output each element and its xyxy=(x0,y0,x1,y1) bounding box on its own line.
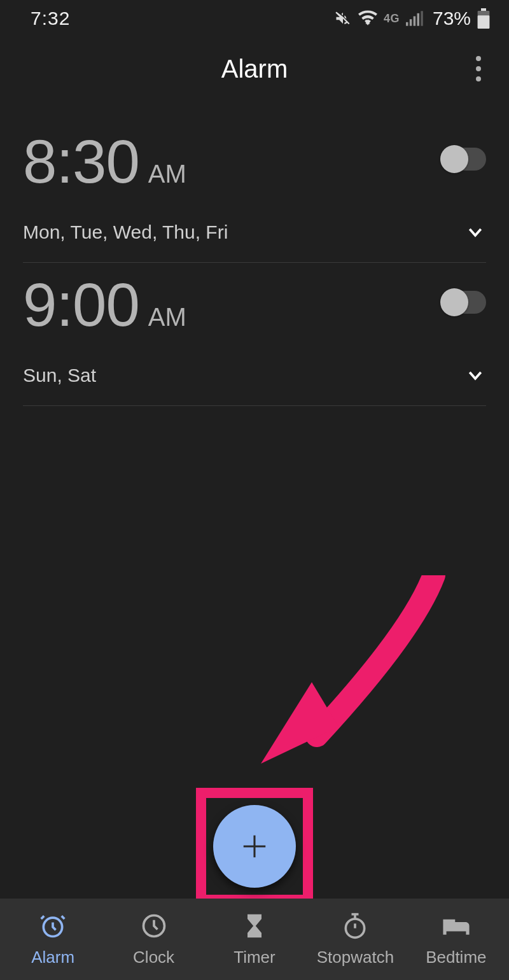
plus-icon xyxy=(240,832,269,861)
alarm-list: 8:30 AM Mon, Tue, Wed, Thu, Fri 9:00 AM xyxy=(0,101,509,406)
nav-timer[interactable]: Timer xyxy=(204,912,305,967)
nav-label: Clock xyxy=(133,948,174,967)
alarm-days: Mon, Tue, Wed, Thu, Fri xyxy=(23,221,228,243)
status-bar: 7:32 4G 73% xyxy=(0,0,509,37)
toggle-knob-icon xyxy=(440,288,468,316)
battery-percent: 73% xyxy=(433,8,471,29)
alarm-icon xyxy=(39,912,67,942)
page-title: Alarm xyxy=(221,55,288,83)
alarm-time-display[interactable]: 9:00 AM xyxy=(23,274,186,335)
alarm-ampm: AM xyxy=(148,160,186,188)
annotation-arrow-icon xyxy=(234,575,450,792)
toggle-knob-icon xyxy=(440,145,468,173)
add-alarm-button[interactable] xyxy=(213,805,296,888)
svg-rect-2 xyxy=(414,17,416,26)
svg-rect-5 xyxy=(481,8,486,11)
battery-icon xyxy=(477,8,490,29)
nav-label: Bedtime xyxy=(426,948,486,967)
nav-alarm[interactable]: Alarm xyxy=(3,912,103,967)
alarm-item[interactable]: 9:00 AM Sun, Sat xyxy=(23,263,486,406)
stopwatch-icon xyxy=(341,912,369,942)
bottom-nav: Alarm Clock Timer Stopwatch Bedtime xyxy=(0,899,509,980)
svg-rect-1 xyxy=(410,19,412,25)
wifi-icon xyxy=(358,10,377,27)
mute-icon xyxy=(334,10,352,27)
svg-marker-8 xyxy=(261,682,338,764)
alarm-toggle[interactable] xyxy=(442,291,486,314)
alarm-time: 8:30 xyxy=(23,131,139,192)
signal-icon xyxy=(406,11,424,26)
hourglass-icon xyxy=(241,912,268,942)
svg-rect-3 xyxy=(417,13,419,26)
nav-clock[interactable]: Clock xyxy=(103,912,204,967)
app-header: Alarm xyxy=(0,37,509,101)
status-time: 7:32 xyxy=(31,8,70,29)
expand-button[interactable] xyxy=(464,365,486,386)
clock-icon xyxy=(140,912,168,942)
more-options-button[interactable] xyxy=(459,50,498,88)
expand-button[interactable] xyxy=(464,221,486,243)
status-right: 4G 73% xyxy=(334,8,490,29)
svg-point-13 xyxy=(346,919,365,937)
alarm-item[interactable]: 8:30 AM Mon, Tue, Wed, Thu, Fri xyxy=(23,120,486,263)
chevron-down-icon xyxy=(466,223,485,242)
dots-vertical-icon xyxy=(476,56,481,61)
nav-bedtime[interactable]: Bedtime xyxy=(406,912,506,967)
nav-label: Timer xyxy=(234,948,275,967)
alarm-ampm: AM xyxy=(148,303,186,332)
svg-rect-0 xyxy=(406,22,408,26)
chevron-down-icon xyxy=(466,366,485,385)
bed-icon xyxy=(441,912,471,942)
alarm-time-display[interactable]: 8:30 AM xyxy=(23,131,186,192)
nav-label: Stopwatch xyxy=(317,948,394,967)
annotation-highlight-box xyxy=(196,788,313,905)
svg-rect-7 xyxy=(478,15,490,29)
nav-stopwatch[interactable]: Stopwatch xyxy=(305,912,405,967)
alarm-time: 9:00 xyxy=(23,274,139,335)
network-type-icon: 4G xyxy=(384,13,400,24)
nav-label: Alarm xyxy=(31,948,74,967)
alarm-toggle[interactable] xyxy=(442,148,486,171)
svg-rect-4 xyxy=(421,11,423,25)
alarm-days: Sun, Sat xyxy=(23,365,96,386)
